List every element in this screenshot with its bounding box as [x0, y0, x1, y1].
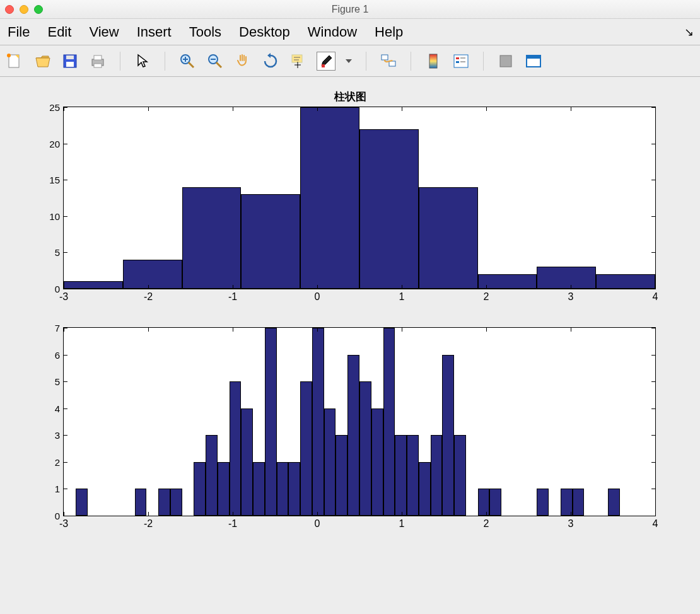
x-tick-label: -1	[228, 518, 237, 530]
zoom-out-icon[interactable]	[206, 52, 225, 71]
menubar: File Edit View Insert Tools Desktop Wind…	[0, 19, 700, 45]
histogram-bar	[241, 194, 300, 289]
histogram-bar	[206, 435, 218, 516]
histogram-bar	[135, 489, 147, 516]
histogram-bar	[170, 489, 182, 516]
chart-2-container: 01234567-3-2-101234	[25, 327, 675, 516]
histogram-bar	[573, 489, 585, 516]
x-tick-label: 0	[315, 291, 320, 303]
histogram-bar	[253, 462, 265, 516]
x-tick-label: 4	[653, 518, 658, 530]
svg-line-14	[216, 62, 221, 67]
save-icon[interactable]	[61, 52, 79, 71]
histogram-bar	[182, 187, 242, 289]
x-tick-label: -2	[144, 518, 153, 530]
x-tick-label: 0	[315, 518, 320, 530]
titlebar: Figure 1	[0, 0, 700, 19]
brush-icon[interactable]	[317, 52, 335, 71]
new-figure-icon[interactable]	[5, 52, 24, 71]
x-tick-label: -3	[59, 518, 68, 530]
x-tick-label: 3	[568, 518, 574, 530]
minimize-window-icon[interactable]	[20, 5, 28, 14]
histogram-bar	[454, 435, 466, 516]
menu-tools[interactable]: Tools	[189, 24, 221, 40]
histogram-bar	[312, 328, 324, 516]
menu-edit[interactable]: Edit	[47, 24, 71, 40]
histogram-bar	[431, 435, 443, 516]
histogram-bar	[419, 187, 478, 289]
pointer-icon[interactable]	[133, 52, 152, 71]
window-controls	[5, 5, 43, 14]
histogram-bar	[300, 381, 312, 516]
plot-area: 柱状图 0510152025-3-2-101234 01234567-3-2-1…	[0, 77, 700, 529]
y-tick-label: 5	[55, 247, 60, 258]
menu-file[interactable]: File	[8, 24, 30, 40]
svg-rect-26	[429, 54, 437, 68]
svg-rect-28	[456, 57, 459, 59]
histogram-bar	[335, 435, 347, 516]
menu-window[interactable]: Window	[308, 24, 357, 40]
svg-rect-22	[322, 64, 325, 67]
histogram-bar	[218, 462, 230, 516]
x-tick-label: 4	[653, 291, 658, 303]
histogram-bar	[383, 328, 395, 516]
y-tick-label: 10	[49, 211, 60, 221]
y-tick-label: 20	[49, 138, 60, 149]
chart-2-axes[interactable]: 01234567-3-2-101234	[63, 327, 656, 516]
y-tick-label: 25	[49, 102, 60, 113]
histogram-bar	[265, 328, 277, 516]
x-tick-label: -2	[144, 291, 153, 303]
close-window-icon[interactable]	[5, 5, 14, 14]
histogram-bar	[64, 281, 123, 289]
chart-1-title: 柱状图	[25, 90, 675, 104]
open-icon[interactable]	[33, 52, 52, 71]
brush-dropdown-icon[interactable]	[344, 52, 353, 71]
chart-1-axes[interactable]: 0510152025-3-2-101234	[63, 107, 656, 289]
hide-tools-icon[interactable]	[496, 52, 515, 71]
menu-insert[interactable]: Insert	[137, 24, 172, 40]
svg-rect-34	[527, 55, 540, 59]
menu-view[interactable]: View	[89, 24, 119, 40]
print-icon[interactable]	[88, 52, 107, 71]
y-tick-label: 7	[55, 323, 60, 333]
histogram-bar	[489, 489, 501, 516]
svg-rect-25	[389, 61, 395, 66]
histogram-bar	[407, 435, 419, 516]
y-tick-label: 4	[55, 403, 60, 414]
link-plot-icon[interactable]	[379, 52, 398, 71]
histogram-bar	[324, 408, 336, 516]
menu-overflow-icon[interactable]: ↘	[684, 25, 694, 39]
x-tick-label: 1	[399, 518, 405, 530]
histogram-bar	[288, 462, 300, 516]
svg-rect-7	[94, 55, 102, 60]
x-tick-label: 2	[484, 518, 489, 530]
svg-rect-24	[382, 55, 388, 60]
colorbar-icon[interactable]	[424, 52, 443, 71]
histogram-bar	[158, 489, 170, 516]
svg-rect-8	[94, 64, 102, 67]
legend-icon[interactable]	[452, 52, 470, 71]
data-cursor-icon[interactable]	[289, 52, 308, 71]
window-title: Figure 1	[0, 4, 700, 15]
histogram-bar	[537, 489, 549, 516]
rotate-icon[interactable]	[261, 52, 280, 71]
dock-icon[interactable]	[524, 52, 543, 71]
histogram-bar	[277, 462, 289, 516]
zoom-in-icon[interactable]	[178, 52, 197, 71]
x-tick-label: 2	[484, 291, 489, 303]
histogram-bar	[241, 408, 253, 516]
histogram-bar	[194, 462, 206, 516]
histogram-bar	[478, 489, 490, 516]
chart-1-container: 柱状图 0510152025-3-2-101234	[25, 90, 675, 289]
menu-desktop[interactable]: Desktop	[239, 24, 290, 40]
maximize-window-icon[interactable]	[34, 5, 43, 14]
pan-icon[interactable]	[233, 52, 252, 71]
histogram-bar	[347, 355, 359, 516]
histogram-bar	[123, 260, 182, 289]
y-tick-label: 1	[55, 484, 60, 494]
histogram-bar	[419, 462, 431, 516]
menu-help[interactable]: Help	[375, 24, 403, 40]
x-tick-label: 1	[399, 291, 405, 303]
histogram-bar	[371, 408, 383, 516]
histogram-bar	[359, 381, 371, 516]
